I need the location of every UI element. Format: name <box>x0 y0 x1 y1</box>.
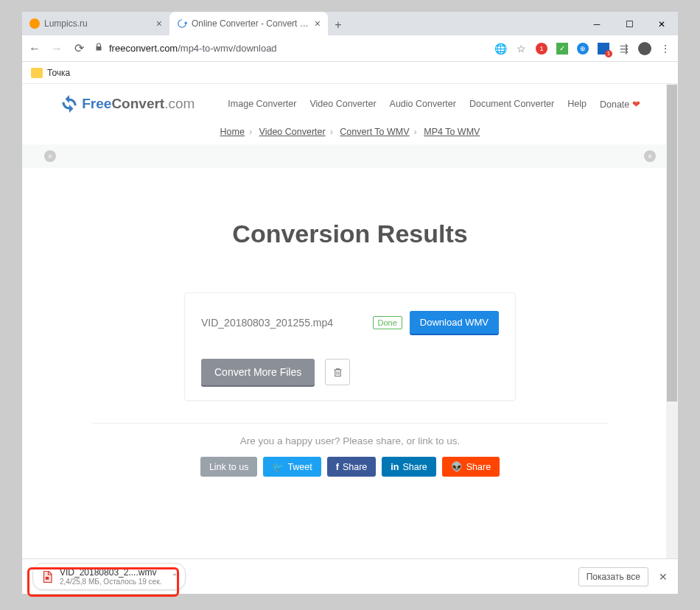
back-button[interactable]: ← <box>28 42 41 55</box>
nav-donate[interactable]: Donate ❤ <box>600 99 640 110</box>
extension-icon[interactable]: ⊕ <box>576 42 589 55</box>
trash-button[interactable] <box>325 359 350 385</box>
close-icon[interactable]: × <box>156 18 162 29</box>
browser-titlebar: Lumpics.ru × Online Converter - Convert … <box>22 12 678 35</box>
tab-favicon <box>177 18 187 29</box>
download-filename: VID_20180803_2....wmv <box>60 567 161 578</box>
tab-freeconvert[interactable]: Online Converter - Convert Imag × <box>169 12 328 35</box>
close-icon[interactable]: × <box>315 18 321 29</box>
nav-document[interactable]: Document Converter <box>469 99 554 110</box>
download-bar: VID_20180803_2....wmv 2,4/25,8 МБ, Остал… <box>22 558 678 594</box>
show-all-button[interactable]: Показать все <box>578 567 648 586</box>
minimize-button[interactable]: ─ <box>581 13 613 35</box>
extension-icon[interactable]: ⇶ <box>617 42 631 55</box>
close-icon[interactable]: ✕ <box>659 571 668 583</box>
nav-image[interactable]: Image Converter <box>228 99 296 110</box>
file-name: VID_20180803_201255.mp4 <box>201 317 365 329</box>
trash-icon <box>332 366 343 379</box>
download-button[interactable]: Download WMV <box>410 311 499 334</box>
address-bar: ← → ⟳ freeconvert.com/mp4-to-wmv/downloa… <box>22 35 678 62</box>
linkedin-icon: in <box>391 462 399 472</box>
nav-help[interactable]: Help <box>567 99 587 110</box>
nav-audio[interactable]: Audio Converter <box>390 99 456 110</box>
tab-title: Lumpics.ru <box>44 18 152 29</box>
page-viewport: FreeConvert.com Image Converter Video Co… <box>22 84 678 594</box>
svg-rect-0 <box>46 577 49 580</box>
new-tab-button[interactable]: + <box>328 15 349 35</box>
close-button[interactable]: ✕ <box>645 13 678 35</box>
result-box: VID_20180803_201255.mp4 Done Download WM… <box>184 292 516 401</box>
heart-icon: ❤ <box>632 99 640 110</box>
reddit-icon: 👽 <box>451 461 463 472</box>
lock-icon <box>94 42 103 55</box>
url-input[interactable]: freeconvert.com/mp4-to-wmv/download <box>94 42 485 55</box>
tweet-button[interactable]: 🐦Tweet <box>263 457 321 477</box>
close-icon[interactable]: × <box>44 150 56 162</box>
tab-lumpics[interactable]: Lumpics.ru × <box>22 12 169 35</box>
crumb-video[interactable]: Video Converter <box>259 127 326 137</box>
nav-video[interactable]: Video Converter <box>309 99 376 110</box>
close-icon[interactable]: × <box>644 150 656 162</box>
site-logo[interactable]: FreeConvert.com <box>60 94 195 113</box>
reload-button[interactable]: ⟳ <box>72 41 85 55</box>
linkedin-share-button[interactable]: inShare <box>382 457 435 477</box>
crumb-cwmv[interactable]: Convert To WMV <box>340 127 409 137</box>
bookmarks-bar: Точка <box>22 62 678 84</box>
translate-icon[interactable]: 🌐 <box>494 42 507 55</box>
menu-icon[interactable]: ⋮ <box>659 42 672 55</box>
file-icon <box>41 569 54 584</box>
page-title: Conversion Results <box>22 220 678 248</box>
extension-icon[interactable]: 1 <box>597 42 610 55</box>
chevron-up-icon[interactable]: ⌃ <box>172 572 178 581</box>
fb-share-button[interactable]: fShare <box>327 457 377 477</box>
bookmark-item[interactable]: Точка <box>47 68 70 78</box>
forward-button[interactable]: → <box>50 42 63 55</box>
url-path: /mp4-to-wmv/download <box>178 43 276 54</box>
facebook-icon: f <box>336 462 339 472</box>
status-badge: Done <box>373 316 402 329</box>
crumb-home[interactable]: Home <box>220 127 245 137</box>
reddit-share-button[interactable]: 👽Share <box>442 457 500 477</box>
tab-favicon <box>29 18 40 29</box>
scrollbar[interactable] <box>666 84 678 594</box>
crumb-mp4wmv[interactable]: MP4 To WMV <box>424 127 480 137</box>
url-host: freeconvert.com <box>109 43 178 54</box>
twitter-icon: 🐦 <box>272 461 284 472</box>
share-prompt: Are you a happy user? Please share, or l… <box>22 435 678 446</box>
extension-icon[interactable]: ✓ <box>556 42 569 55</box>
star-icon[interactable]: ☆ <box>514 42 528 55</box>
download-item[interactable]: VID_20180803_2....wmv 2,4/25,8 МБ, Остал… <box>32 563 186 590</box>
breadcrumb: Home› Video Converter› Convert To WMV› M… <box>22 121 678 144</box>
maximize-button[interactable]: ☐ <box>613 13 645 35</box>
extension-icon[interactable]: 1 <box>535 42 548 55</box>
avatar[interactable] <box>638 42 651 55</box>
download-status: 2,4/25,8 МБ, Осталось 19 сек. <box>60 578 161 586</box>
tab-title: Online Converter - Convert Imag <box>192 18 310 29</box>
convert-more-button[interactable]: Convert More Files <box>201 359 315 385</box>
link-to-us-button[interactable]: Link to us <box>200 457 258 477</box>
folder-icon <box>31 68 43 78</box>
ad-strip: × × <box>22 144 678 168</box>
